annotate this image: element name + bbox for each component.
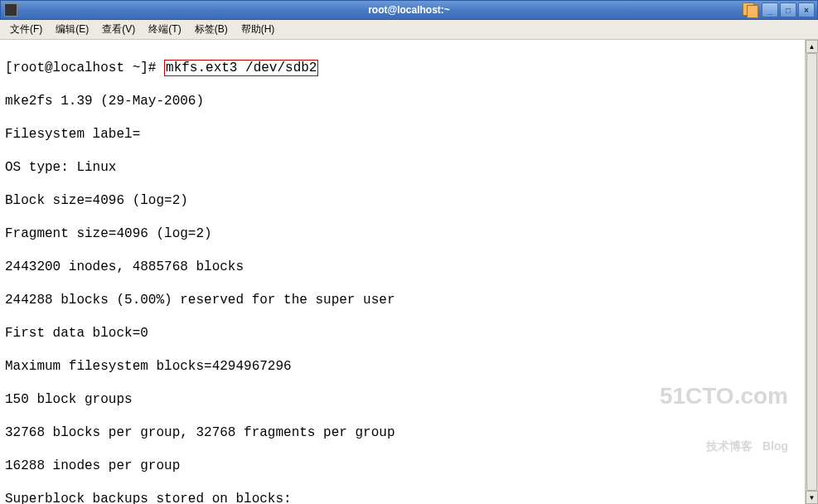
menu-tabs[interactable]: 标签(B) [190, 21, 233, 38]
highlighted-command-1: mkfs.ext3 /dev/sdb2 [164, 60, 318, 76]
menu-edit[interactable]: 编辑(E) [51, 21, 94, 38]
output-line: Maximum filesystem blocks=4294967296 [5, 358, 800, 375]
window-title: root@localhost:~ [368, 4, 450, 16]
terminal-app-icon [4, 3, 17, 17]
scroll-up-button[interactable]: ▲ [806, 40, 818, 53]
output-line: 244288 blocks (5.00%) reserved for the s… [5, 292, 800, 308]
output-line: Fragment size=4096 (log=2) [5, 225, 800, 242]
output-line: Filesystem label= [5, 126, 800, 143]
output-line: mke2fs 1.39 (29-May-2006) [5, 93, 800, 109]
window-controls: _ □ × [762, 2, 815, 17]
output-line: First data block=0 [5, 325, 800, 342]
menu-file[interactable]: 文件(F) [5, 21, 47, 38]
output-line: 150 block groups [5, 391, 800, 408]
terminal-content[interactable]: [root@localhost ~]# mkfs.ext3 /dev/sdb2 … [0, 40, 805, 504]
close-button[interactable]: × [798, 2, 815, 17]
documents-icon [743, 2, 759, 17]
menu-bar: 文件(F) 编辑(E) 查看(V) 终端(T) 标签(B) 帮助(H) [0, 20, 818, 40]
scroll-down-button[interactable]: ▼ [806, 491, 818, 504]
output-line: 2443200 inodes, 4885768 blocks [5, 259, 800, 275]
output-line: Block size=4096 (log=2) [5, 192, 800, 209]
output-line: 16288 inodes per group [5, 458, 800, 474]
shell-prompt: [root@localhost ~]# [5, 61, 164, 75]
menu-help[interactable]: 帮助(H) [236, 21, 280, 38]
output-line: Superblock backups stored on blocks: [5, 491, 800, 504]
window-titlebar: root@localhost:~ _ □ × [0, 0, 818, 20]
menu-terminal[interactable]: 终端(T) [143, 21, 186, 38]
scroll-track[interactable] [806, 53, 818, 491]
output-line: 32768 blocks per group, 32768 fragments … [5, 424, 800, 441]
maximize-button[interactable]: □ [780, 2, 796, 17]
output-line: OS type: Linux [5, 159, 800, 176]
menu-view[interactable]: 查看(V) [97, 21, 140, 38]
minimize-button[interactable]: _ [762, 2, 778, 17]
vertical-scrollbar[interactable]: ▲ ▼ [805, 40, 818, 504]
scroll-thumb[interactable] [806, 53, 817, 491]
